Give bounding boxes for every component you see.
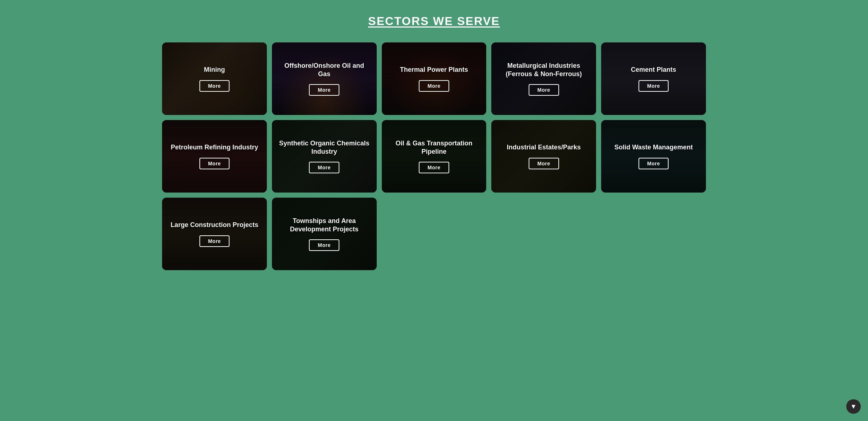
more-button-metallurgical[interactable]: More xyxy=(529,84,559,96)
card-title-mining: Mining xyxy=(204,66,225,74)
more-button-industrial[interactable]: More xyxy=(529,158,559,169)
card-mining[interactable]: MiningMore xyxy=(162,42,267,115)
card-title-synthetic: Synthetic Organic Chemicals Industry xyxy=(278,139,371,156)
card-content-metallurgical: Metallurgical Industries (Ferrous & Non-… xyxy=(491,42,596,115)
card-solid[interactable]: Solid Waste ManagementMore xyxy=(601,120,706,193)
card-synthetic[interactable]: Synthetic Organic Chemicals IndustryMore xyxy=(272,120,377,193)
page-title: SECTORS WE SERVE xyxy=(22,15,846,28)
card-title-petroleum: Petroleum Refining Industry xyxy=(171,143,258,152)
card-petroleum[interactable]: Petroleum Refining IndustryMore xyxy=(162,120,267,193)
scroll-indicator[interactable]: ▼ xyxy=(846,399,861,414)
more-button-oilgas[interactable]: More xyxy=(419,162,449,173)
card-metallurgical[interactable]: Metallurgical Industries (Ferrous & Non-… xyxy=(491,42,596,115)
card-oilgas[interactable]: Oil & Gas Transportation PipelineMore xyxy=(382,120,487,193)
more-button-solid[interactable]: More xyxy=(638,158,669,169)
more-button-synthetic[interactable]: More xyxy=(309,162,339,173)
scroll-icon: ▼ xyxy=(850,403,857,410)
card-title-offshore: Offshore/Onshore Oil and Gas xyxy=(278,62,371,79)
card-title-industrial: Industrial Estates/Parks xyxy=(507,143,581,152)
card-content-offshore: Offshore/Onshore Oil and GasMore xyxy=(272,42,377,115)
more-button-thermal[interactable]: More xyxy=(419,80,449,92)
card-title-oilgas: Oil & Gas Transportation Pipeline xyxy=(388,139,481,156)
card-cement[interactable]: Cement PlantsMore xyxy=(601,42,706,115)
card-title-solid: Solid Waste Management xyxy=(614,143,693,152)
sector-grid-row-1: MiningMoreOffshore/Onshore Oil and GasMo… xyxy=(162,42,706,115)
more-button-construction[interactable]: More xyxy=(199,235,230,247)
more-button-mining[interactable]: More xyxy=(199,80,230,92)
card-thermal[interactable]: Thermal Power PlantsMore xyxy=(382,42,487,115)
card-title-townships: Townships and Area Development Projects xyxy=(278,217,371,234)
card-offshore[interactable]: Offshore/Onshore Oil and GasMore xyxy=(272,42,377,115)
card-industrial[interactable]: Industrial Estates/ParksMore xyxy=(491,120,596,193)
card-content-cement: Cement PlantsMore xyxy=(601,42,706,115)
card-title-thermal: Thermal Power Plants xyxy=(400,66,468,74)
card-content-solid: Solid Waste ManagementMore xyxy=(601,120,706,193)
card-content-thermal: Thermal Power PlantsMore xyxy=(382,42,487,115)
card-content-townships: Townships and Area Development ProjectsM… xyxy=(272,198,377,270)
card-townships[interactable]: Townships and Area Development ProjectsM… xyxy=(272,198,377,270)
card-title-metallurgical: Metallurgical Industries (Ferrous & Non-… xyxy=(497,62,590,79)
card-title-construction: Large Construction Projects xyxy=(170,221,258,229)
card-content-industrial: Industrial Estates/ParksMore xyxy=(491,120,596,193)
card-content-mining: MiningMore xyxy=(162,42,267,115)
more-button-cement[interactable]: More xyxy=(638,80,669,92)
card-content-synthetic: Synthetic Organic Chemicals IndustryMore xyxy=(272,120,377,193)
page-title-wrapper: SECTORS WE SERVE xyxy=(22,15,846,28)
card-title-cement: Cement Plants xyxy=(631,66,676,74)
card-content-oilgas: Oil & Gas Transportation PipelineMore xyxy=(382,120,487,193)
more-button-offshore[interactable]: More xyxy=(309,84,339,96)
more-button-petroleum[interactable]: More xyxy=(199,158,230,169)
card-content-petroleum: Petroleum Refining IndustryMore xyxy=(162,120,267,193)
card-content-construction: Large Construction ProjectsMore xyxy=(162,198,267,270)
more-button-townships[interactable]: More xyxy=(309,239,339,251)
sector-grid-row-2: Petroleum Refining IndustryMoreSynthetic… xyxy=(162,120,706,193)
sector-grid-row-3: Large Construction ProjectsMoreTownships… xyxy=(162,198,706,270)
card-construction[interactable]: Large Construction ProjectsMore xyxy=(162,198,267,270)
